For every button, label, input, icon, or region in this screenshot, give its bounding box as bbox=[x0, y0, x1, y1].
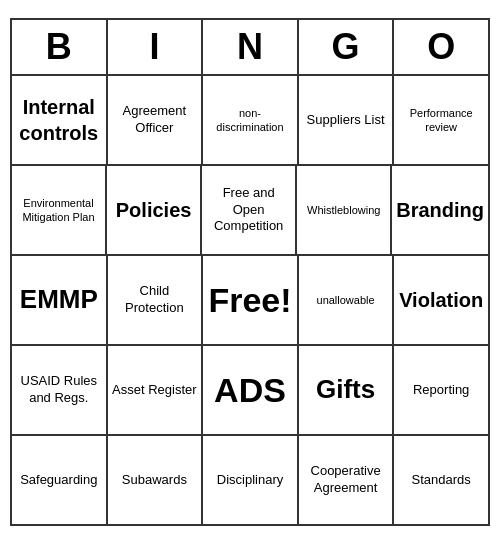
bingo-cell-3-1: Asset Register bbox=[108, 346, 204, 434]
bingo-cell-1-0: Environmental Mitigation Plan bbox=[12, 166, 107, 254]
bingo-header-letter: I bbox=[108, 20, 204, 74]
bingo-grid: Internal controlsAgreement Officernon-di… bbox=[12, 76, 488, 524]
bingo-row-0: Internal controlsAgreement Officernon-di… bbox=[12, 76, 488, 166]
bingo-header: BINGO bbox=[12, 20, 488, 76]
bingo-header-letter: O bbox=[394, 20, 488, 74]
bingo-cell-2-2: Free! bbox=[203, 256, 299, 344]
bingo-cell-1-4: Branding bbox=[392, 166, 488, 254]
bingo-card: BINGO Internal controlsAgreement Officer… bbox=[10, 18, 490, 526]
bingo-row-3: USAID Rules and Regs.Asset RegisterADSGi… bbox=[12, 346, 488, 436]
bingo-cell-0-3: Suppliers List bbox=[299, 76, 395, 164]
bingo-cell-2-3: unallowable bbox=[299, 256, 395, 344]
bingo-cell-2-0: EMMP bbox=[12, 256, 108, 344]
bingo-cell-1-2: Free and Open Competition bbox=[202, 166, 297, 254]
bingo-cell-4-3: Cooperative Agreement bbox=[299, 436, 395, 524]
bingo-cell-0-0: Internal controls bbox=[12, 76, 108, 164]
bingo-cell-4-0: Safeguarding bbox=[12, 436, 108, 524]
bingo-cell-4-4: Standards bbox=[394, 436, 488, 524]
bingo-header-letter: B bbox=[12, 20, 108, 74]
bingo-cell-2-4: Violation bbox=[394, 256, 488, 344]
bingo-cell-1-1: Policies bbox=[107, 166, 202, 254]
bingo-cell-0-4: Performance review bbox=[394, 76, 488, 164]
bingo-cell-3-2: ADS bbox=[203, 346, 299, 434]
bingo-row-2: EMMPChild ProtectionFree!unallowableViol… bbox=[12, 256, 488, 346]
bingo-row-1: Environmental Mitigation PlanPoliciesFre… bbox=[12, 166, 488, 256]
bingo-cell-3-3: Gifts bbox=[299, 346, 395, 434]
bingo-row-4: SafeguardingSubawardsDisciplinaryCoopera… bbox=[12, 436, 488, 524]
bingo-cell-4-1: Subawards bbox=[108, 436, 204, 524]
bingo-cell-0-1: Agreement Officer bbox=[108, 76, 204, 164]
bingo-header-letter: N bbox=[203, 20, 299, 74]
bingo-cell-1-3: Whistleblowing bbox=[297, 166, 392, 254]
bingo-cell-2-1: Child Protection bbox=[108, 256, 204, 344]
bingo-header-letter: G bbox=[299, 20, 395, 74]
bingo-cell-3-4: Reporting bbox=[394, 346, 488, 434]
bingo-cell-0-2: non-discrimination bbox=[203, 76, 299, 164]
bingo-cell-4-2: Disciplinary bbox=[203, 436, 299, 524]
bingo-cell-3-0: USAID Rules and Regs. bbox=[12, 346, 108, 434]
